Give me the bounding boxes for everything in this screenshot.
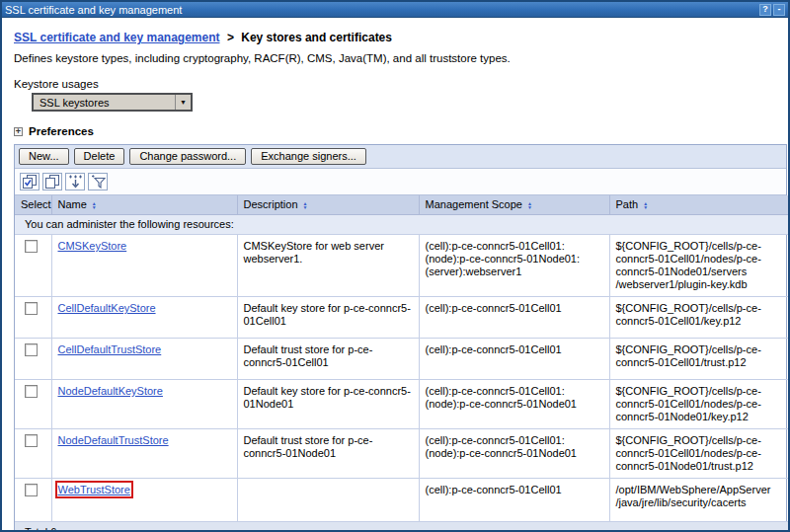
- change-password-button[interactable]: Change password...: [129, 148, 246, 165]
- table-header-row: Select Name▲▼ Description▲▼ Management S…: [15, 195, 788, 215]
- name-cell: CMSKeyStore: [51, 235, 237, 297]
- page-content: SSL certificate and key management > Key…: [2, 18, 788, 532]
- management-scope-cell: (cell):p-ce-conncr5-01Cell01: [419, 339, 609, 380]
- table-row: WebTrustStore(cell):p-ce-conncr5-01Cell0…: [15, 479, 788, 522]
- minimize-icon[interactable]: -: [773, 4, 785, 16]
- keystore-usages-select[interactable]: SSL keystores ▼: [32, 93, 193, 112]
- keystore-link[interactable]: NodeDefaultTrustStore: [58, 434, 169, 446]
- name-cell: CellDefaultKeyStore: [51, 297, 237, 339]
- column-header-select: Select: [15, 195, 51, 215]
- keystore-link[interactable]: CellDefaultTrustStore: [58, 343, 162, 355]
- table-caption: You can administer the following resourc…: [15, 215, 788, 235]
- show-filter-icon[interactable]: [65, 173, 85, 190]
- management-scope-cell: (cell):p-ce-conncr5-01Cell01: (node):p-c…: [419, 380, 609, 429]
- row-checkbox[interactable]: [25, 434, 38, 447]
- window-titlebar: SSL certificate and key management ? -: [2, 2, 788, 18]
- preferences-section[interactable]: + Preferences: [14, 125, 780, 137]
- management-scope-cell: (cell):p-ce-conncr5-01Cell01: (node):p-c…: [419, 429, 609, 479]
- deselect-all-icon[interactable]: [42, 173, 62, 190]
- keystore-usages-value: SSL keystores: [34, 97, 175, 109]
- path-cell: ${CONFIG_ROOT}/cells/p-ce-conncr5-01Cell…: [609, 339, 788, 380]
- total-count: Total 6: [15, 522, 788, 532]
- sort-icon[interactable]: ▲▼: [303, 201, 308, 209]
- description-cell: Default trust store for p-ce-conncr5-01C…: [237, 339, 419, 380]
- keystore-link[interactable]: CMSKeyStore: [58, 240, 127, 252]
- row-checkbox[interactable]: [25, 343, 38, 356]
- keystores-table-frame: New... Delete Change password... Exchang…: [14, 144, 787, 532]
- column-header-management-scope[interactable]: Management Scope▲▼: [419, 195, 609, 215]
- management-scope-cell: (cell):p-ce-conncr5-01Cell01: [419, 479, 609, 522]
- keystores-table: Select Name▲▼ Description▲▼ Management S…: [15, 195, 788, 532]
- column-header-description[interactable]: Description▲▼: [237, 195, 419, 215]
- new-button[interactable]: New...: [19, 148, 69, 165]
- select-all-icon[interactable]: [20, 173, 40, 190]
- path-cell: ${CONFIG_ROOT}/cells/p-ce-conncr5-01Cell…: [609, 297, 788, 339]
- table-row: CellDefaultTrustStoreDefault trust store…: [15, 339, 788, 380]
- path-cell: /opt/IBM/WebSphere/AppServer /java/jre/l…: [609, 479, 788, 522]
- table-row: NodeDefaultTrustStoreDefault trust store…: [15, 429, 788, 479]
- select-cell: [15, 479, 51, 522]
- description-cell: Default trust store for p-ce-conncr5-01N…: [237, 429, 419, 479]
- window-title: SSL certificate and key management: [5, 4, 757, 16]
- select-cell: [15, 339, 51, 380]
- row-checkbox[interactable]: [25, 484, 38, 496]
- name-cell: WebTrustStore: [51, 479, 237, 522]
- management-scope-cell: (cell):p-ce-conncr5-01Cell01: [419, 297, 609, 339]
- description-cell: CMSKeyStore for web server webserver1.: [237, 235, 419, 297]
- preferences-label: Preferences: [29, 125, 94, 137]
- path-cell: ${CONFIG_ROOT}/cells/p-ce-conncr5-01Cell…: [609, 235, 788, 297]
- description-cell: Default key store for p-ce-conncr5-01Nod…: [237, 380, 419, 429]
- chevron-down-icon: ▼: [175, 95, 191, 110]
- row-checkbox[interactable]: [25, 240, 38, 253]
- row-checkbox[interactable]: [25, 385, 38, 398]
- name-cell: CellDefaultTrustStore: [51, 339, 237, 380]
- delete-button[interactable]: Delete: [74, 148, 125, 165]
- sort-icon[interactable]: ▲▼: [92, 201, 97, 209]
- help-icon[interactable]: ?: [759, 4, 771, 16]
- app-window: SSL certificate and key management ? - S…: [0, 0, 790, 532]
- description-cell: Default key store for p-ce-conncr5-01Cel…: [237, 297, 419, 339]
- hide-filter-icon[interactable]: [88, 173, 108, 190]
- description-cell: [237, 479, 419, 522]
- exchange-signers-button[interactable]: Exchange signers...: [251, 148, 366, 165]
- table-body: CMSKeyStoreCMSKeyStore for web server we…: [15, 235, 788, 522]
- table-caption-row: You can administer the following resourc…: [15, 215, 788, 235]
- management-scope-cell: (cell):p-ce-conncr5-01Cell01: (node):p-c…: [419, 235, 609, 297]
- page-title: Key stores and certificates: [241, 31, 392, 44]
- table-row: CellDefaultKeyStoreDefault key store for…: [15, 297, 788, 339]
- name-cell: NodeDefaultTrustStore: [51, 429, 237, 479]
- table-row: NodeDefaultKeyStoreDefault key store for…: [15, 380, 788, 429]
- select-cell: [15, 380, 51, 429]
- select-cell: [15, 429, 51, 479]
- column-header-path[interactable]: Path▲▼: [609, 195, 788, 215]
- row-checkbox[interactable]: [25, 302, 38, 315]
- sort-icon[interactable]: ▲▼: [643, 201, 648, 209]
- keystore-link[interactable]: NodeDefaultKeyStore: [58, 385, 163, 397]
- table-button-toolbar: New... Delete Change password... Exchang…: [15, 145, 786, 169]
- sort-icon[interactable]: ▲▼: [527, 201, 532, 209]
- table-icons-toolbar: [15, 169, 786, 195]
- keystore-link[interactable]: WebTrustStore: [58, 484, 130, 495]
- select-cell: [15, 235, 51, 297]
- keystore-link[interactable]: CellDefaultKeyStore: [58, 302, 156, 314]
- page-description: Defines keystore types, including crypto…: [14, 52, 780, 64]
- table-footer-row: Total 6: [15, 522, 788, 532]
- keystore-usages-label: Keystore usages: [14, 78, 780, 90]
- path-cell: ${CONFIG_ROOT}/cells/p-ce-conncr5-01Cell…: [609, 429, 788, 479]
- table-row: CMSKeyStoreCMSKeyStore for web server we…: [15, 235, 788, 297]
- breadcrumb: SSL certificate and key management > Key…: [14, 31, 780, 44]
- name-cell: NodeDefaultKeyStore: [51, 380, 237, 429]
- path-cell: ${CONFIG_ROOT}/cells/p-ce-conncr5-01Cell…: [609, 380, 788, 429]
- expand-plus-icon[interactable]: +: [14, 127, 23, 136]
- breadcrumb-link-ssl-management[interactable]: SSL certificate and key management: [14, 31, 220, 44]
- breadcrumb-separator: >: [227, 31, 234, 44]
- select-cell: [15, 297, 51, 339]
- column-header-name[interactable]: Name▲▼: [51, 195, 237, 215]
